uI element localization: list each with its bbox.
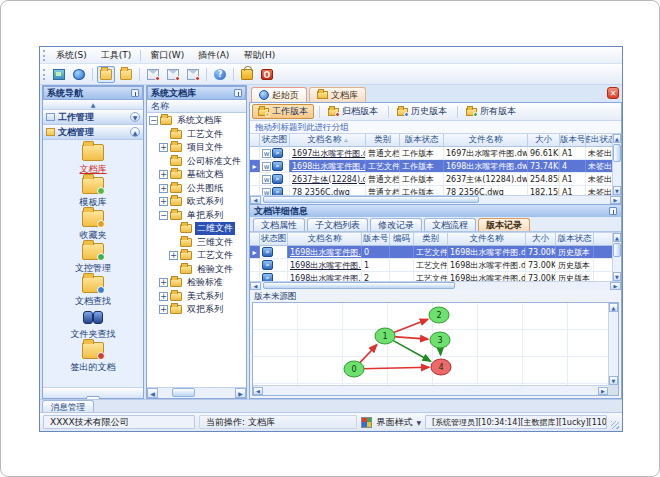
scroll-right-icon[interactable]: ▶ xyxy=(235,388,246,398)
column-header-文件名称[interactable]: 文件名称 xyxy=(448,233,526,245)
tab-起始页[interactable]: 起始页 xyxy=(251,87,307,102)
version-node-3[interactable]: 3 xyxy=(430,332,450,348)
document-name-link[interactable]: 1698出水嘴零件图.dwg xyxy=(290,260,362,271)
sidebar-group-document[interactable]: 文档管理▲ xyxy=(43,125,143,140)
sidebar-group-work[interactable]: 工作管理▼ xyxy=(43,110,143,125)
grid-hscrollbar[interactable]: ◀ ▶ xyxy=(250,281,621,290)
scroll-down-icon[interactable]: ▼ xyxy=(613,272,621,281)
close-icon[interactable]: ✕ xyxy=(607,87,619,99)
detail-tab-版本记录[interactable]: 版本记录 xyxy=(478,218,530,231)
grid-hscrollbar[interactable]: ◀ ▶ xyxy=(250,195,621,204)
document-name-link[interactable]: 1697出水嘴零件图.dwg xyxy=(292,148,366,159)
table-row[interactable]: ▸»1698出水嘴零件图.dwg0工艺文件1698出水嘴零件图.dwg73.00… xyxy=(250,246,612,259)
pin-icon[interactable] xyxy=(234,89,242,97)
scroll-up-icon[interactable]: ▲ xyxy=(609,303,618,312)
expand-icon[interactable]: + xyxy=(159,292,168,301)
lock-button[interactable] xyxy=(238,66,256,83)
scroll-left-icon[interactable]: ◀ xyxy=(147,388,158,398)
version-node-4[interactable]: 4 xyxy=(431,359,451,375)
column-header-版本状态[interactable]: 版本状态 xyxy=(556,233,594,245)
version-filter-历史版本[interactable]: 历史版本 xyxy=(392,104,452,119)
ui-style-dropdown[interactable]: 界面样式 xyxy=(376,416,412,429)
tree-node[interactable]: −单把系列 xyxy=(147,209,246,223)
menu-item[interactable]: 帮助(H) xyxy=(236,48,282,63)
column-header-版本号[interactable]: 版本号 xyxy=(362,233,390,245)
tree-node[interactable]: +双把系列 xyxy=(147,303,246,317)
scroll-right-icon[interactable]: ▶ xyxy=(610,282,621,290)
chevron-icon[interactable]: ▼ xyxy=(130,112,140,122)
version-filter-工作版本[interactable]: 工作版本 xyxy=(252,104,314,119)
tree-node[interactable]: 二维文件 xyxy=(147,222,246,236)
scroll-up-icon[interactable]: ▲ xyxy=(613,233,621,242)
chevron-icon[interactable]: ▲ xyxy=(130,127,140,137)
column-header-状态图[interactable]: 状态图 xyxy=(260,134,290,146)
library-list-button[interactable] xyxy=(117,66,135,83)
mail-alert-button[interactable] xyxy=(184,66,202,83)
table-row[interactable]: w»1697出水嘴零件图.dwg普通文档工作版本1697出水嘴零件图.dwg96… xyxy=(250,147,612,160)
pin-icon[interactable] xyxy=(609,207,617,215)
mail-button[interactable] xyxy=(144,66,162,83)
expand-icon[interactable]: + xyxy=(169,251,178,260)
scroll-left-icon[interactable]: ◀ xyxy=(250,196,261,204)
document-name-link[interactable]: 2637主体(12284).dwg xyxy=(292,174,366,185)
column-header-文件名称[interactable]: 文件名称 xyxy=(444,134,528,146)
tree-node[interactable]: +公共图纸 xyxy=(147,182,246,196)
tree-column-header[interactable]: 名称 xyxy=(147,100,246,113)
grid-vscrollbar[interactable]: ▲ ▼ xyxy=(612,233,621,281)
tree-node[interactable]: +美式系列 xyxy=(147,290,246,304)
table-row[interactable]: »1698出水嘴零件图.dwg1工艺文件1698出水嘴零件图.dwg73.00K… xyxy=(250,259,612,272)
scroll-down-icon[interactable]: ▼ xyxy=(609,376,618,385)
sidebar-item-模板库[interactable]: 模板库 xyxy=(43,176,143,209)
column-header-文档名称[interactable]: 文档名称▵ xyxy=(290,134,366,146)
expand-icon[interactable]: + xyxy=(159,305,168,314)
scroll-right-icon[interactable]: ▶ xyxy=(598,387,608,395)
expand-icon[interactable]: + xyxy=(159,184,168,193)
column-header-类别[interactable]: 类别 xyxy=(366,134,400,146)
graph-hscrollbar[interactable]: ◀ ▶ xyxy=(253,385,608,395)
expand-icon[interactable]: + xyxy=(159,278,168,287)
detail-tab-文档流程[interactable]: 文档流程 xyxy=(424,218,476,231)
graph-vscrollbar[interactable]: ▲ ▼ xyxy=(608,303,618,385)
column-header-版本状态[interactable]: 版本状态 xyxy=(400,134,444,146)
tree-node[interactable]: +工艺文件 xyxy=(147,249,246,263)
version-node-2[interactable]: 2 xyxy=(429,307,449,323)
column-header-编码[interactable]: 编码 xyxy=(390,233,414,245)
column-header-大小[interactable]: 大小 xyxy=(526,233,556,245)
document-name-link[interactable]: 1698出水嘴零件图.dwg xyxy=(290,247,362,258)
scroll-down-icon[interactable]: ▼ xyxy=(613,186,621,195)
sidebar-item-文件夹查找[interactable]: 文件夹查找 xyxy=(43,308,143,341)
table-row[interactable]: ▸w»1698出水嘴零件图.dwg工艺文件工作版本1698出水嘴零件图.dwg7… xyxy=(250,160,612,173)
table-row[interactable]: w»2637主体(12284).dwg普通文档工作版本2637主体(12284)… xyxy=(250,173,612,186)
tab-文档库[interactable]: 文档库 xyxy=(309,87,366,102)
document-name-link[interactable]: 1698出水嘴零件图.dwg xyxy=(290,273,362,282)
version-filter-所有版本[interactable]: 所有版本 xyxy=(461,104,521,119)
column-header-状态图[interactable]: 状态图 xyxy=(260,233,288,245)
collapse-icon[interactable]: − xyxy=(149,116,158,125)
tree-node[interactable]: +欧式系列 xyxy=(147,195,246,209)
sidebar-scroll-up[interactable]: ▲ xyxy=(43,100,143,110)
sidebar-item-文档查找[interactable]: 文档查找 xyxy=(43,275,143,308)
pin-icon[interactable] xyxy=(131,89,139,97)
sidebar-item-签出的文档[interactable]: 签出的文档 xyxy=(43,341,143,374)
document-name-link[interactable]: 78 2356C.dwg xyxy=(292,188,350,196)
menu-item[interactable]: 窗口(W) xyxy=(143,48,191,63)
menu-item[interactable]: 工具(T) xyxy=(94,48,139,63)
desktop-button[interactable] xyxy=(50,66,68,83)
column-header-大小[interactable]: 大小 xyxy=(528,134,560,146)
resize-grip[interactable] xyxy=(611,421,619,429)
scroll-left-icon[interactable]: ◀ xyxy=(253,387,263,395)
sidebar-item-文档库[interactable]: 文档库 xyxy=(43,143,143,176)
scroll-up-icon[interactable]: ▲ xyxy=(613,134,621,143)
tree-node[interactable]: +基础文档 xyxy=(147,168,246,182)
sidebar-item-收藏夹[interactable]: 收藏夹 xyxy=(43,209,143,242)
table-row[interactable]: »1698出水嘴零件图.dwg2工艺文件1698出水嘴零件图.dwg73.00K… xyxy=(250,272,612,281)
tree-node[interactable]: 公司标准文件 xyxy=(147,155,246,169)
mail-send-button[interactable] xyxy=(164,66,182,83)
version-node-0[interactable]: 0 xyxy=(344,361,364,377)
detail-tab-子文档列表[interactable]: 子文档列表 xyxy=(307,218,368,231)
tree-node[interactable]: +项目文件 xyxy=(147,141,246,155)
version-node-1[interactable]: 1 xyxy=(375,328,395,344)
globe-button[interactable] xyxy=(70,66,88,83)
message-manager-tab[interactable]: 消息管理 xyxy=(42,400,94,412)
tree-node[interactable]: −系统文档库 xyxy=(147,114,246,128)
